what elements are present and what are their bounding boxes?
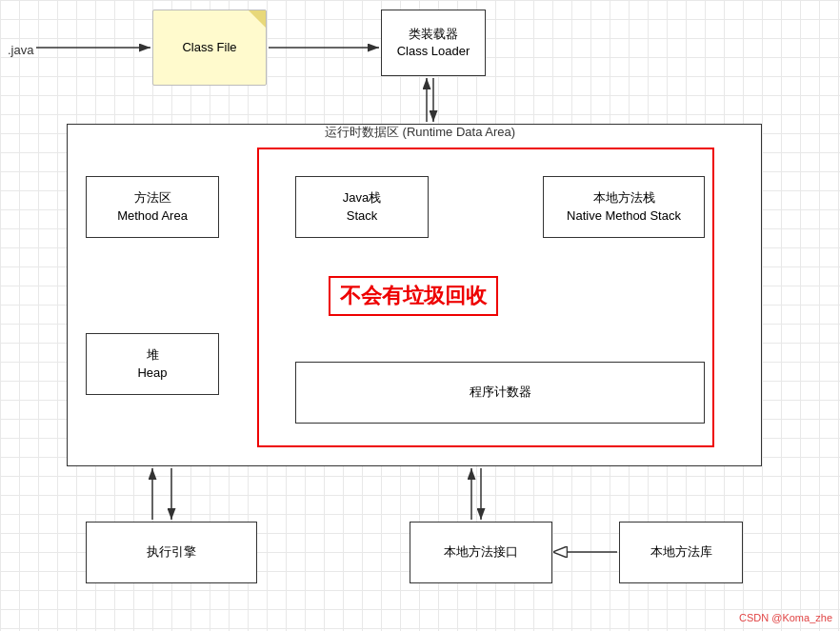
- heap-node: 堆 Heap: [86, 333, 219, 395]
- watermark: CSDN @Koma_zhe: [739, 612, 832, 623]
- class-loader-label-zh: 类装载器: [409, 26, 458, 43]
- native-stack-node: 本地方法栈 Native Method Stack: [543, 176, 705, 238]
- native-library-label: 本地方法库: [650, 543, 712, 561]
- java-label: .java: [8, 43, 33, 57]
- native-library-node: 本地方法库: [619, 522, 743, 583]
- java-stack-label-en: Stack: [347, 207, 378, 225]
- method-area-label-zh: 方法区: [134, 189, 171, 207]
- method-area-node: 方法区 Method Area: [86, 176, 219, 238]
- class-loader-node: 类装载器 Class Loader: [381, 10, 486, 76]
- native-interface-label: 本地方法接口: [444, 543, 518, 561]
- program-counter-node: 程序计数器: [295, 362, 705, 424]
- exec-engine-node: 执行引擎: [86, 522, 257, 583]
- program-counter-label: 程序计数器: [470, 384, 531, 401]
- native-stack-label-zh: 本地方法栈: [593, 189, 655, 207]
- native-stack-label-en: Native Method Stack: [567, 207, 681, 225]
- class-file-label: Class File: [182, 39, 236, 56]
- native-interface-node: 本地方法接口: [410, 522, 552, 583]
- class-loader-label-en: Class Loader: [397, 43, 470, 60]
- heap-label-zh: 堆: [147, 346, 159, 364]
- exec-engine-label: 执行引擎: [147, 543, 196, 561]
- method-area-label-en: Method Area: [117, 207, 188, 225]
- java-stack-label-zh: Java栈: [343, 189, 381, 207]
- java-stack-node: Java栈 Stack: [295, 176, 429, 238]
- no-gc-label: 不会有垃圾回收: [329, 276, 498, 316]
- class-file-node: Class File: [152, 10, 267, 86]
- heap-label-en: Heap: [137, 365, 167, 382]
- diagram-container: .java Class File 类装载器 Class Loader 运行时数据…: [0, 0, 840, 631]
